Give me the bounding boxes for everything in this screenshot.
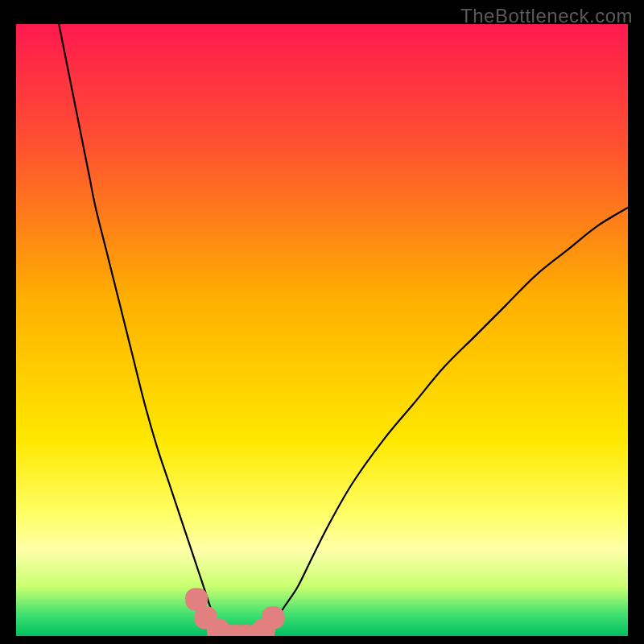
valley-marker — [262, 606, 284, 629]
bottleneck-chart — [16, 24, 628, 636]
gradient-background — [16, 24, 628, 636]
chart-container: TheBottleneck.com — [0, 0, 644, 644]
